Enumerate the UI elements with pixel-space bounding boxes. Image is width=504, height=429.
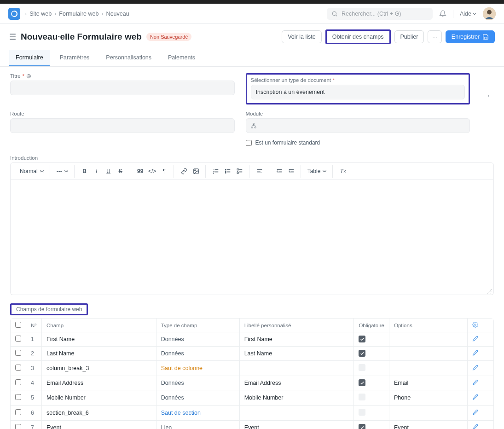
mandatory-checkbox[interactable] (359, 394, 365, 400)
doctype-input[interactable]: Inscription à un événement (251, 85, 465, 99)
svg-rect-5 (253, 123, 254, 125)
route-label: Route (10, 111, 235, 116)
col-options: Options (389, 319, 468, 332)
breadcrumb: › Site web › Formulaire web › Nouveau (25, 11, 327, 17)
view-list-button[interactable]: Voir la liste (282, 30, 321, 43)
gear-icon[interactable] (472, 322, 478, 328)
direction-icon[interactable]: ¶ (159, 166, 170, 177)
check-list-icon[interactable] (234, 166, 245, 177)
row-checkbox[interactable] (15, 394, 21, 400)
edit-icon[interactable] (472, 336, 478, 342)
edit-icon[interactable] (472, 409, 478, 415)
edit-icon[interactable] (472, 379, 478, 385)
row-number: 1 (26, 332, 42, 347)
col-field: Champ (42, 319, 156, 332)
breadcrumb-item[interactable]: Site web (29, 11, 52, 17)
mandatory-checkbox[interactable] (359, 336, 365, 342)
quote-icon[interactable]: 99 (135, 166, 146, 177)
bold-icon[interactable]: B (79, 166, 90, 177)
more-actions-button[interactable]: ··· (428, 30, 441, 43)
mandatory-checkbox[interactable] (359, 409, 365, 416)
title-label: Titre* (10, 73, 235, 79)
table-row[interactable]: 7EventLienEventEvent (11, 421, 493, 429)
col-type: Type de champ (156, 319, 240, 332)
clear-format-icon[interactable]: T× (337, 166, 348, 177)
table-row[interactable]: 2Last NameDonnéesLast Name (11, 347, 493, 361)
table-row[interactable]: 5Mobile NumberDonnéesMobile NumberPhone (11, 390, 493, 406)
menu-toggle-icon[interactable]: ☰ (9, 32, 16, 42)
edit-icon[interactable] (472, 365, 478, 371)
outdent-icon[interactable] (274, 166, 285, 177)
row-type: Données (156, 376, 240, 390)
col-mandatory: Obligatoire (354, 319, 389, 332)
select-all-checkbox[interactable] (15, 322, 21, 328)
table-select[interactable]: Table (306, 167, 329, 176)
mandatory-checkbox[interactable] (359, 364, 365, 371)
image-icon[interactable] (191, 166, 202, 177)
row-checkbox[interactable] (15, 424, 21, 429)
search-input[interactable]: Rechercher... (Ctrl + G) (327, 8, 433, 20)
standard-form-label: Est un formulaire standard (255, 139, 320, 146)
size-select[interactable]: --- (55, 167, 70, 176)
editor-area[interactable] (10, 180, 494, 295)
route-input[interactable] (10, 118, 235, 133)
row-field: Mobile Number (42, 390, 156, 406)
underline-icon[interactable]: U (103, 166, 114, 177)
align-icon[interactable] (254, 166, 265, 177)
table-row[interactable]: 3column_break_3Saut de colonne (11, 361, 493, 376)
doctype-label: Sélectionner un type de document * (251, 77, 465, 83)
breadcrumb-item[interactable]: Formulaire web (59, 11, 98, 17)
module-input[interactable] (246, 118, 470, 133)
code-icon[interactable]: </> (147, 166, 158, 177)
row-custom-label (240, 361, 354, 376)
row-field: Event (42, 421, 156, 429)
tab-payments[interactable]: Paiements (162, 50, 202, 66)
mandatory-checkbox[interactable] (359, 350, 365, 357)
bullet-list-icon[interactable] (222, 166, 233, 177)
table-row[interactable]: 4Email AddressDonnéesEmail AddressEmail (11, 376, 493, 390)
mandatory-checkbox[interactable] (359, 379, 365, 386)
get-fields-button[interactable]: Obtenir des champs (327, 31, 389, 43)
row-options (389, 406, 468, 421)
row-checkbox[interactable] (15, 350, 21, 356)
row-field: column_break_3 (42, 361, 156, 376)
publish-button[interactable]: Publier (394, 30, 424, 43)
help-menu[interactable]: Aide (460, 11, 476, 17)
strike-icon[interactable]: S (115, 166, 126, 177)
row-checkbox[interactable] (15, 336, 21, 342)
row-type: Lien (156, 421, 240, 429)
row-options (389, 332, 468, 347)
arrow-right-icon[interactable]: → (481, 88, 494, 103)
table-row[interactable]: 1First NameDonnéesFirst Name (11, 332, 493, 347)
app-logo[interactable] (8, 8, 20, 20)
resize-icon[interactable] (486, 288, 492, 294)
svg-rect-14 (237, 172, 238, 174)
indent-icon[interactable] (286, 166, 297, 177)
tab-settings[interactable]: Paramètres (53, 50, 96, 66)
save-button[interactable]: Enregistrer (446, 30, 495, 43)
row-type: Saut de section (156, 406, 240, 421)
row-custom-label (240, 406, 354, 421)
breadcrumb-item[interactable]: Nouveau (106, 11, 129, 17)
edit-icon[interactable] (472, 394, 478, 400)
ordered-list-icon[interactable] (210, 166, 221, 177)
bell-icon[interactable] (439, 10, 446, 17)
title-input[interactable] (10, 81, 235, 95)
edit-icon[interactable] (472, 424, 478, 429)
row-checkbox[interactable] (15, 365, 21, 371)
tab-form[interactable]: Formulaire (9, 50, 50, 66)
tab-customizations[interactable]: Personnalisations (99, 50, 158, 66)
heading-select[interactable]: Normal (18, 167, 46, 176)
edit-icon[interactable] (472, 350, 478, 356)
italic-icon[interactable]: I (91, 166, 102, 177)
row-checkbox[interactable] (15, 379, 21, 385)
mandatory-checkbox[interactable] (359, 424, 365, 429)
search-placeholder: Rechercher... (Ctrl + G) (342, 11, 401, 17)
standard-form-checkbox[interactable] (246, 140, 252, 146)
row-checkbox[interactable] (15, 409, 21, 415)
table-row[interactable]: 6section_break_6Saut de section (11, 406, 493, 421)
svg-point-1 (332, 12, 336, 15)
avatar[interactable] (483, 7, 496, 20)
row-number: 5 (26, 390, 42, 406)
link-icon[interactable] (179, 166, 190, 177)
